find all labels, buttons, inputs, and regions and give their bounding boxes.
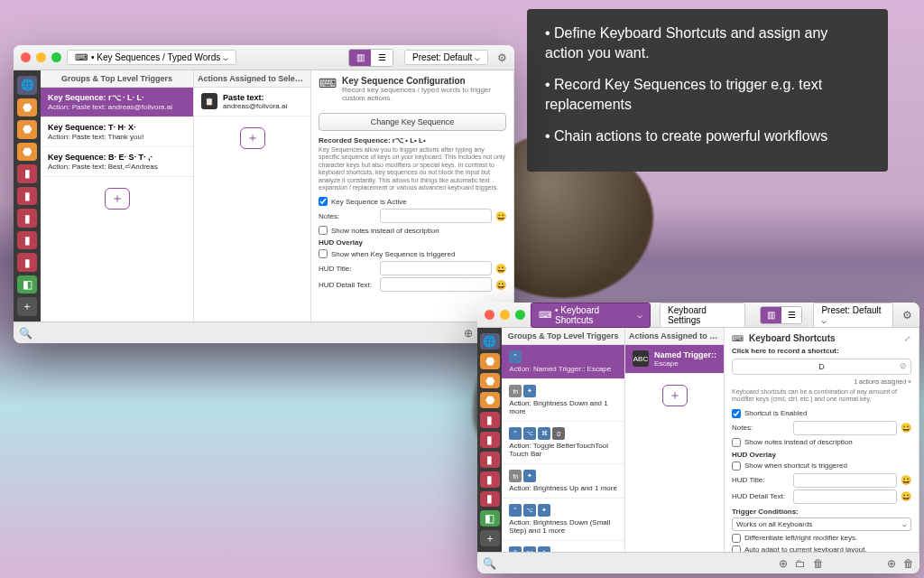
trigger-row[interactable]: ⌃Action: Named Trigger:: Escape — [502, 345, 624, 379]
key-icon: fn — [509, 385, 522, 397]
trash-icon[interactable]: 🗑 — [903, 557, 914, 570]
zoom-icon[interactable] — [515, 310, 525, 320]
keyboard-icon: ⌨ — [75, 52, 88, 62]
sidebar-item[interactable]: ⬣ — [17, 120, 37, 139]
reveal-icon[interactable]: ⤢ — [904, 334, 911, 343]
keyboard-settings-button[interactable]: Keyboard Settings — [660, 303, 745, 328]
hud-detail-input[interactable] — [793, 489, 897, 504]
list-view-icon[interactable]: ☰ — [371, 50, 393, 66]
sidebar-item-global[interactable]: 🌐 — [480, 333, 500, 350]
view-toggle[interactable]: ▥ ☰ — [348, 49, 393, 67]
gear-icon[interactable]: ⚙ — [497, 51, 507, 64]
trigger-row[interactable]: Key Sequence: r⌥ · L· L· Action: Paste t… — [41, 88, 193, 117]
search-icon[interactable]: 🔍 — [483, 557, 496, 570]
view-toggle[interactable]: ▥ ☰ — [760, 306, 802, 324]
sidebar-item[interactable]: ⬣ — [480, 373, 500, 389]
close-icon[interactable] — [485, 310, 494, 320]
show-notes-label: Show notes instead of description — [744, 438, 853, 446]
trigger-row[interactable]: fn✦Action: Brightness Down and 1 more — [502, 379, 624, 422]
active-checkbox[interactable] — [319, 197, 328, 206]
preset-selector[interactable]: Preset: Default ⌵ — [813, 303, 893, 328]
list-view-icon[interactable]: ☰ — [781, 307, 802, 323]
auto-adapt-checkbox[interactable] — [732, 545, 741, 552]
trigger-row[interactable]: ⌃⌥✦Action: Brightness Down (Small Step) … — [502, 499, 624, 541]
shortcut-recorder[interactable]: D ⊘ — [732, 359, 911, 375]
search-icon[interactable]: 🔍 — [19, 327, 32, 340]
gear-icon[interactable]: ⚙ — [902, 309, 912, 322]
trash-icon[interactable]: 🗑 — [813, 557, 824, 570]
show-hud-checkbox[interactable] — [319, 249, 328, 258]
hud-title-input[interactable] — [380, 261, 492, 275]
enabled-label: Shortcut is Enabled — [744, 409, 807, 417]
config-description: Keyboard shortcuts can be a combination … — [732, 388, 911, 404]
sidebar-item[interactable]: ▮ — [17, 187, 37, 206]
add-icon[interactable]: ⊕ — [464, 327, 473, 340]
breadcrumb[interactable]: ⌨ • Key Sequences / Typed Words ⌵ — [67, 50, 236, 65]
clear-icon[interactable]: ⊘ — [900, 361, 907, 370]
sidebar-item-global[interactable]: 🌐 — [17, 76, 37, 95]
action-row[interactable]: 📋 Paste text: andreas@folivora.ai — [194, 88, 310, 117]
sidebar-item[interactable]: ▮ — [17, 253, 37, 272]
sidebar-item[interactable]: ▮ — [480, 471, 500, 488]
notes-input[interactable] — [793, 421, 897, 435]
traffic-lights — [485, 310, 525, 320]
add-action-button[interactable]: ＋ — [662, 385, 688, 406]
emoji-icon[interactable]: 😀 — [495, 280, 506, 290]
sidebar-item[interactable]: ⬣ — [17, 143, 37, 162]
action-row[interactable]: ABC Named Trigger:: Escape — [625, 345, 724, 374]
assigned-count[interactable]: 1 actions assigned » — [732, 378, 911, 385]
column-header: Actions Assigned to Selected T… — [625, 328, 724, 345]
trigger-title: Key Sequence: B· E· S· T· ,· — [48, 153, 186, 162]
add-action-button[interactable]: ＋ — [240, 127, 265, 149]
sidebar-item[interactable]: ⬣ — [480, 392, 500, 408]
sidebar-add[interactable]: ＋ — [17, 297, 37, 316]
add-trigger-button[interactable]: ＋ — [105, 188, 130, 210]
column-view-icon[interactable]: ▥ — [349, 50, 371, 66]
diff-lr-checkbox[interactable] — [732, 534, 741, 543]
folder-icon[interactable]: 🗀 — [795, 557, 806, 570]
emoji-icon[interactable]: 😀 — [901, 423, 911, 433]
hud-detail-input[interactable] — [380, 277, 492, 292]
add-icon[interactable]: ⊕ — [887, 557, 896, 570]
hud-title-input[interactable] — [793, 473, 897, 488]
column-view-icon[interactable]: ▥ — [761, 307, 781, 323]
auto-adapt-label: Auto adapt to current keyboard layout. — [744, 545, 867, 552]
sidebar-item[interactable]: ▮ — [17, 231, 37, 250]
change-sequence-button[interactable]: Change Key Sequence — [319, 113, 506, 131]
notes-input[interactable] — [380, 209, 492, 223]
sidebar-item[interactable]: ⬣ — [480, 353, 500, 369]
sidebar-item[interactable]: ▮ — [480, 491, 500, 508]
sidebar-item[interactable]: ◧ — [480, 510, 500, 527]
minimize-icon[interactable] — [36, 52, 46, 62]
sidebar-item[interactable]: ▮ — [480, 412, 500, 428]
trigger-row[interactable]: ⌃⌥✦Action: Brightness Up (Small Step) an… — [502, 541, 624, 552]
show-hud-checkbox[interactable] — [732, 461, 741, 471]
breadcrumb[interactable]: ⌨ • Keyboard Shortcuts ⌵ — [531, 303, 651, 328]
keyboard-scope-select[interactable]: Works on all Keyboards ⌵ — [732, 517, 911, 531]
sidebar-item[interactable]: ▮ — [480, 432, 500, 448]
trigger-row[interactable]: fn✦Action: Brightness Up and 1 more — [502, 464, 624, 499]
trigger-row[interactable]: Key Sequence: B· E· S· T· ,· Action: Pas… — [41, 147, 193, 177]
sidebar-item[interactable]: ▮ — [480, 452, 500, 468]
column-header: Groups & Top Level Triggers — [41, 70, 193, 88]
hud-detail-label: HUD Detail Text: — [319, 281, 376, 289]
trigger-row[interactable]: ⌃⌥⌘0Action: Toggle BetterTouchTool Touch… — [502, 422, 624, 464]
preset-selector[interactable]: Preset: Default ⌵ — [404, 50, 488, 65]
emoji-icon[interactable]: 😀 — [495, 211, 506, 221]
sidebar-item[interactable]: ▮ — [17, 164, 37, 183]
show-notes-checkbox[interactable] — [732, 438, 741, 447]
sidebar-item[interactable]: ▮ — [17, 209, 37, 228]
show-notes-checkbox[interactable] — [319, 226, 328, 235]
sidebar-add[interactable]: ＋ — [480, 530, 500, 546]
emoji-icon[interactable]: 😀 — [495, 264, 506, 274]
zoom-icon[interactable] — [51, 52, 61, 62]
sidebar-item[interactable]: ⬣ — [17, 98, 37, 117]
minimize-icon[interactable] — [500, 310, 510, 320]
emoji-icon[interactable]: 😀 — [901, 475, 911, 485]
emoji-icon[interactable]: 😀 — [901, 491, 911, 501]
enabled-checkbox[interactable] — [732, 409, 741, 418]
add-icon[interactable]: ⊕ — [779, 557, 788, 570]
sidebar-item[interactable]: ◧ — [17, 275, 37, 294]
close-icon[interactable] — [21, 52, 31, 62]
trigger-row[interactable]: Key Sequence: T· H· X· Action: Paste tex… — [41, 117, 193, 147]
